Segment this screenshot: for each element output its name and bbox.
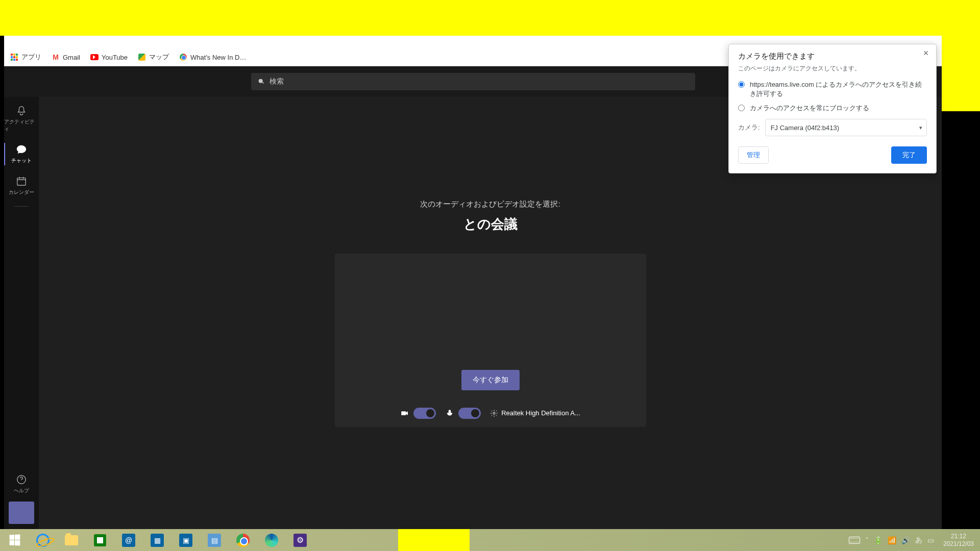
- bookmark-maps-label: マップ: [149, 53, 169, 62]
- wifi-icon[interactable]: 📶: [888, 536, 896, 544]
- camera-select-label: カメラ:: [738, 123, 760, 132]
- video-preview: 今すぐ参加 Realtek High Definition A...: [335, 254, 646, 427]
- taskbar-store[interactable]: [86, 529, 114, 551]
- notification-icon[interactable]: ▭: [927, 536, 934, 544]
- close-icon[interactable]: ×: [921, 48, 931, 59]
- chrome-icon: [236, 534, 250, 547]
- at-icon: @: [122, 534, 135, 547]
- camera-toggle-group: [400, 408, 436, 419]
- camera-select-value: FJ Camera (04f2:b413): [771, 124, 839, 132]
- volume-icon[interactable]: 🔊: [901, 536, 910, 544]
- bookmark-youtube[interactable]: YouTube: [90, 53, 128, 61]
- rail-activity[interactable]: アクティビティ: [4, 101, 39, 137]
- svg-point-3: [493, 412, 495, 414]
- permission-option-allow-label: https://teams.live.com によるカメラへのアクセスを引き続き…: [750, 80, 927, 98]
- rail-calendar-label: カレンダー: [9, 189, 34, 196]
- taskbar-app4[interactable]: ▤: [200, 529, 229, 551]
- clock-date: 2021/12/03: [943, 540, 974, 547]
- battery-icon[interactable]: 🔋: [874, 536, 883, 544]
- taskbar-app3[interactable]: ▣: [172, 529, 200, 551]
- radio-block[interactable]: [738, 105, 745, 111]
- gear-icon: [490, 409, 498, 417]
- download-button[interactable]: [9, 502, 34, 524]
- chrome-icon: [179, 53, 187, 61]
- rail-help-label: ヘルプ: [14, 487, 29, 494]
- chat-icon: [16, 144, 27, 155]
- manage-button[interactable]: 管理: [738, 146, 769, 164]
- taskbar-chrome[interactable]: [229, 529, 257, 551]
- search-placeholder: 検索: [270, 77, 284, 86]
- rail-chat[interactable]: チャット: [4, 140, 39, 168]
- mic-icon: [445, 409, 454, 418]
- redaction-top: [0, 0, 980, 36]
- audio-device-select[interactable]: Realtek High Definition A...: [490, 409, 580, 417]
- bookmark-whatsnew[interactable]: What's New In D…: [179, 53, 246, 61]
- permission-title: カメラを使用できます: [738, 52, 927, 61]
- panel-icon: ▤: [208, 534, 221, 547]
- rail-chat-label: チャット: [11, 157, 32, 164]
- folder-icon: [65, 535, 78, 545]
- permission-option-allow[interactable]: https://teams.live.com によるカメラへのアクセスを引き続き…: [738, 80, 927, 98]
- grid-icon: ▦: [151, 534, 164, 547]
- search-icon: [257, 78, 265, 86]
- search-input[interactable]: 検索: [251, 73, 695, 90]
- bell-icon: [16, 105, 27, 116]
- taskbar-app2[interactable]: ▦: [143, 529, 172, 551]
- start-button[interactable]: [0, 529, 29, 551]
- mic-toggle-group: [445, 408, 481, 419]
- meeting-pretext: 次のオーディオおよびビデオ設定を選択:: [420, 199, 560, 209]
- audio-device-label: Realtek High Definition A...: [501, 409, 580, 417]
- keyboard-icon[interactable]: [849, 537, 860, 544]
- rail-activity-label: アクティビティ: [4, 118, 39, 133]
- system-tray: ˄ 🔋 📶 🔊 あ ▭ 21:12 2021/12/03: [844, 529, 980, 551]
- camera-permission-popup: × カメラを使用できます このページはカメラにアクセスしています。 https:…: [728, 44, 937, 173]
- gmail-icon: M: [52, 53, 60, 61]
- taskbar: @ ▦ ▣ ▤ ⚙ ˄ 🔋 📶 🔊 あ ▭ 21:12 2021/12/03: [0, 529, 980, 551]
- taskbar-app1[interactable]: @: [114, 529, 143, 551]
- camera-icon: [400, 409, 409, 418]
- radio-allow[interactable]: [738, 81, 745, 88]
- bookmark-maps[interactable]: マップ: [138, 53, 169, 62]
- bookmark-whatsnew-label: What's New In D…: [190, 54, 246, 61]
- mic-toggle[interactable]: [458, 408, 481, 419]
- bookmark-gmail[interactable]: M Gmail: [52, 53, 80, 61]
- maps-icon: [138, 53, 146, 61]
- rail-separator: [14, 206, 29, 207]
- bookmark-apps-label: アプリ: [21, 53, 41, 62]
- bookmark-gmail-label: Gmail: [63, 54, 80, 61]
- svg-rect-0: [17, 178, 26, 186]
- bookmark-apps[interactable]: アプリ: [10, 53, 41, 62]
- clock-time: 21:12: [943, 533, 974, 540]
- taskbar-edge[interactable]: [257, 529, 286, 551]
- prejoin-controls: Realtek High Definition A...: [335, 408, 646, 419]
- permission-subtitle: このページはカメラにアクセスしています。: [738, 64, 927, 73]
- taskbar-settings[interactable]: ⚙: [286, 529, 314, 551]
- meeting-title: との会議: [463, 215, 518, 233]
- taskbar-explorer[interactable]: [57, 529, 86, 551]
- clock[interactable]: 21:12 2021/12/03: [939, 533, 978, 547]
- rail-help[interactable]: ヘルプ: [4, 470, 39, 498]
- left-rail: アクティビティ チャット カレンダー ヘルプ: [4, 97, 39, 529]
- download-icon: [16, 508, 27, 518]
- camera-toggle[interactable]: [413, 408, 436, 419]
- taskbar-ie[interactable]: [29, 529, 57, 551]
- store-icon: [94, 534, 106, 546]
- ime-indicator[interactable]: あ: [915, 536, 922, 545]
- camera-select[interactable]: FJ Camera (04f2:b413): [765, 119, 927, 136]
- permission-option-block[interactable]: カメラへのアクセスを常にブロックする: [738, 104, 927, 113]
- apps-icon: [10, 53, 18, 61]
- chevron-up-icon[interactable]: ˄: [865, 536, 869, 544]
- redaction-taskbar: [398, 529, 470, 551]
- rail-calendar[interactable]: カレンダー: [4, 171, 39, 200]
- calendar-icon: [16, 176, 27, 187]
- gear-icon: ⚙: [293, 534, 307, 547]
- done-button[interactable]: 完了: [891, 146, 927, 164]
- help-icon: [16, 474, 27, 485]
- join-now-button[interactable]: 今すぐ参加: [461, 370, 520, 390]
- windows-icon: [9, 534, 20, 545]
- bookmark-youtube-label: YouTube: [102, 54, 128, 61]
- youtube-icon: [90, 53, 99, 61]
- permission-option-block-label: カメラへのアクセスを常にブロックする: [750, 104, 869, 113]
- tile-icon: ▣: [179, 534, 192, 547]
- redaction-right: [942, 0, 980, 111]
